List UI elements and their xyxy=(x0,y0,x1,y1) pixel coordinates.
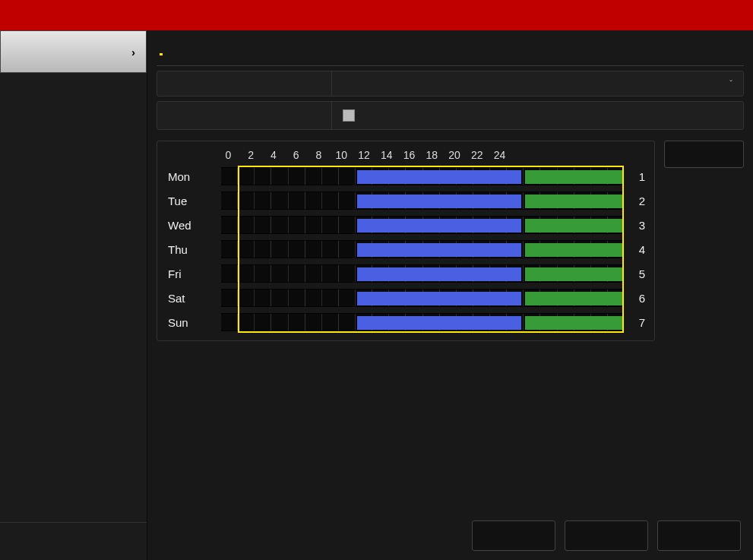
enable-schedule-checkbox[interactable] xyxy=(343,109,355,122)
schedule-row[interactable]: Sat6 xyxy=(166,286,645,310)
hour-axis: 024681012141618202224 xyxy=(221,149,624,161)
schedule-block-motion[interactable] xyxy=(525,195,623,208)
schedule-tools xyxy=(664,141,744,341)
day-grid[interactable] xyxy=(221,167,624,185)
schedule-block-motion[interactable] xyxy=(525,267,623,281)
day-grid[interactable] xyxy=(221,216,624,234)
sidebar: › xyxy=(0,30,147,560)
enable-schedule-field xyxy=(157,101,744,130)
schedule-block-motion[interactable] xyxy=(525,243,623,257)
day-label: Mon xyxy=(166,170,221,183)
day-label: Wed xyxy=(166,219,221,232)
camera-dropdown[interactable]: ˇ xyxy=(332,71,743,96)
chevron-down-icon: ˇ xyxy=(729,79,732,88)
day-index: 2 xyxy=(628,195,645,207)
tab-record[interactable] xyxy=(160,41,163,55)
divider xyxy=(157,65,744,66)
enable-schedule-label xyxy=(157,102,332,129)
schedule-block-motion[interactable] xyxy=(525,316,623,330)
schedule-block-motion[interactable] xyxy=(525,170,623,184)
sidebar-item-holiday[interactable] xyxy=(0,158,147,201)
schedule-block-continuous[interactable] xyxy=(357,292,522,305)
schedule-block-continuous[interactable] xyxy=(357,267,522,281)
sidebar-item-advanced[interactable] xyxy=(0,115,147,158)
live-view-button[interactable] xyxy=(0,522,147,560)
schedule-grid[interactable]: 024681012141618202224Mon1Tue2Wed3Thu4Fri… xyxy=(157,141,655,341)
camera-label xyxy=(157,71,332,96)
chevron-right-icon: › xyxy=(131,46,135,59)
apply-button[interactable] xyxy=(565,520,648,551)
day-index: 6 xyxy=(628,292,645,305)
schedule-row[interactable]: Wed3 xyxy=(166,213,645,237)
day-label: Fri xyxy=(166,267,221,280)
day-label: Thu xyxy=(166,243,221,256)
day-index: 1 xyxy=(628,170,645,183)
day-index: 5 xyxy=(628,267,645,280)
back-button[interactable] xyxy=(657,520,741,551)
schedule-block-continuous[interactable] xyxy=(357,195,522,208)
schedule-row[interactable]: Fri5 xyxy=(166,261,645,286)
day-label: Sat xyxy=(166,292,221,305)
day-label: Tue xyxy=(166,195,221,207)
footer-buttons xyxy=(157,514,744,551)
nav: › xyxy=(0,30,147,522)
day-grid[interactable] xyxy=(221,191,624,210)
schedule-block-continuous[interactable] xyxy=(357,170,522,184)
schedule-block-continuous[interactable] xyxy=(357,316,522,330)
schedule-row[interactable]: Thu4 xyxy=(166,237,645,261)
day-index: 4 xyxy=(628,243,645,256)
schedule-block-motion[interactable] xyxy=(525,292,623,305)
camera-field: ˇ xyxy=(157,71,744,96)
tab-bar xyxy=(157,30,744,65)
schedule-block-continuous[interactable] xyxy=(357,219,522,233)
sidebar-item-parameters[interactable] xyxy=(0,73,147,115)
day-index: 3 xyxy=(628,219,645,232)
tab-capture[interactable] xyxy=(182,42,185,54)
hour-tick: 24 xyxy=(484,149,515,161)
schedule-block-motion[interactable] xyxy=(525,219,623,233)
schedule-row[interactable]: Mon1 xyxy=(166,164,645,188)
schedule-row[interactable]: Tue2 xyxy=(166,188,645,213)
sidebar-item-schedule[interactable]: › xyxy=(0,30,147,73)
schedule-block-continuous[interactable] xyxy=(357,243,522,257)
day-grid[interactable] xyxy=(221,313,624,331)
edit-button[interactable] xyxy=(664,141,744,168)
day-grid[interactable] xyxy=(221,289,624,307)
day-label: Sun xyxy=(166,316,221,329)
window-title xyxy=(0,0,753,30)
day-index: 7 xyxy=(628,316,645,329)
copy-button[interactable] xyxy=(472,520,555,551)
day-grid[interactable] xyxy=(221,240,624,258)
main-panel: ˇ 024681012141618202224Mon1Tue2Wed3Thu4F… xyxy=(147,30,753,560)
day-grid[interactable] xyxy=(221,264,624,283)
schedule-row[interactable]: Sun7 xyxy=(166,310,645,334)
legend xyxy=(664,176,744,177)
